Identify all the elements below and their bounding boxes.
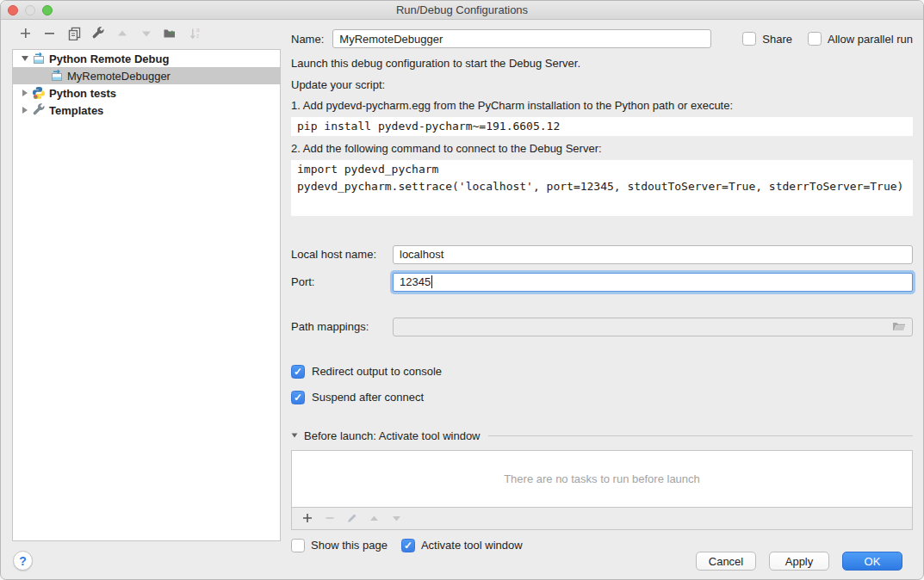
sort-alphabetically-icon[interactable]: a z (187, 26, 202, 40)
cancel-button[interactable]: Cancel (696, 552, 756, 571)
remove-configuration-icon[interactable] (42, 26, 57, 40)
share-option: Share (742, 32, 792, 46)
instruction-line: 1. Add pydevd-pycharm.egg from the PyCha… (291, 97, 913, 114)
name-label: Name: (291, 33, 324, 46)
tree-item-templates[interactable]: Templates (13, 102, 280, 119)
tree-item-myremotedebugger[interactable]: MyRemoteDebugger (13, 67, 280, 84)
collapse-section-icon[interactable] (292, 433, 298, 437)
redirect-output-label: Redirect output to console (312, 365, 442, 378)
expand-collapse-icon[interactable] (19, 56, 30, 61)
path-mappings-label: Path mappings: (291, 320, 393, 333)
path-mappings-input[interactable] (393, 318, 913, 336)
ok-button[interactable]: OK (842, 552, 902, 571)
suspend-after-connect-label: Suspend after connect (312, 391, 424, 404)
tree-item-python-tests[interactable]: Python tests (13, 84, 280, 102)
local-host-name-input[interactable]: localhost (393, 245, 913, 264)
section-divider (488, 435, 913, 436)
allow-parallel-run-label: Allow parallel run (828, 33, 913, 46)
help-button[interactable]: ? (13, 551, 33, 571)
port-input[interactable]: 12345 (393, 273, 913, 292)
close-window-button[interactable] (8, 5, 18, 15)
add-configuration-icon[interactable] (18, 26, 33, 40)
share-checkbox[interactable] (742, 32, 756, 46)
settrace-code: import pydevd_pycharmpydevd_pycharm.sett… (291, 160, 913, 216)
python-tests-icon (32, 86, 46, 100)
configuration-editor: Name: MyRemoteDebugger Share Allow paral… (291, 27, 913, 552)
add-task-icon[interactable] (300, 511, 314, 526)
task-list-toolbar (292, 507, 912, 529)
svg-text:z: z (196, 33, 199, 39)
move-up-icon[interactable] (115, 26, 129, 40)
allow-parallel-run-checkbox[interactable] (808, 32, 822, 46)
tree-item-python-remote-debug[interactable]: Python Remote Debug (13, 50, 280, 67)
redirect-output-option: Redirect output to console (291, 365, 913, 379)
remove-task-icon[interactable] (322, 511, 337, 526)
run-debug-configurations-dialog: Run/Debug Configurations (0, 0, 924, 580)
move-task-down-icon[interactable] (389, 511, 404, 526)
before-launch-task-list: There are no tasks to run before launch (291, 450, 913, 530)
move-task-up-icon[interactable] (367, 511, 381, 526)
window-controls (8, 1, 53, 20)
svg-text:a: a (196, 27, 200, 33)
dialog-footer: ? Cancel Apply OK (1, 541, 923, 579)
apply-button[interactable]: Apply (769, 552, 829, 571)
new-folder-icon[interactable] (163, 26, 177, 40)
browse-folder-icon[interactable] (892, 321, 906, 332)
instruction-line: Launch this debug configuration to start… (291, 55, 913, 72)
zoom-window-button[interactable] (42, 5, 53, 15)
share-label: Share (762, 33, 792, 46)
suspend-after-connect-option: Suspend after connect (291, 391, 913, 404)
empty-task-message: There are no tasks to run before launch (292, 451, 912, 507)
title-bar: Run/Debug Configurations (1, 1, 923, 20)
edit-task-pencil-icon[interactable] (344, 511, 359, 526)
tree-item-label: Python tests (49, 87, 116, 100)
tree-item-label: MyRemoteDebugger (67, 70, 171, 83)
local-host-name-label: Local host name: (291, 248, 393, 261)
port-label: Port: (291, 275, 393, 288)
window-title: Run/Debug Configurations (396, 3, 528, 16)
copy-configuration-icon[interactable] (66, 26, 81, 40)
instruction-line: Update your script: (291, 77, 913, 94)
before-launch-section-header[interactable]: Before launch: Activate tool window (291, 429, 913, 442)
wrench-icon (32, 103, 46, 117)
suspend-after-connect-checkbox[interactable] (291, 391, 305, 404)
redirect-output-checkbox[interactable] (291, 365, 305, 379)
name-input[interactable]: MyRemoteDebugger (332, 29, 711, 48)
configurations-toolbar: a z (18, 26, 202, 40)
pip-install-code: pip install pydevd-pycharm~=191.6605.12 (291, 117, 913, 136)
edit-defaults-wrench-icon[interactable] (90, 26, 105, 40)
tree-item-label: Templates (49, 104, 103, 117)
expand-collapse-icon[interactable] (19, 89, 30, 96)
minimize-window-button[interactable] (25, 5, 35, 15)
move-down-icon[interactable] (139, 26, 153, 40)
allow-parallel-run-option: Allow parallel run (808, 32, 913, 46)
before-launch-title: Before launch: Activate tool window (304, 429, 481, 442)
configurations-tree: Python Remote Debug MyRemoteDebugger (12, 49, 281, 541)
instruction-line: 2. Add the following command to connect … (291, 140, 913, 157)
text-cursor (431, 275, 432, 288)
expand-collapse-icon[interactable] (19, 107, 30, 114)
remote-debug-config-icon (32, 52, 46, 65)
remote-debug-config-icon (50, 69, 64, 83)
tree-item-label: Python Remote Debug (49, 52, 169, 65)
help-question-icon: ? (19, 554, 27, 568)
